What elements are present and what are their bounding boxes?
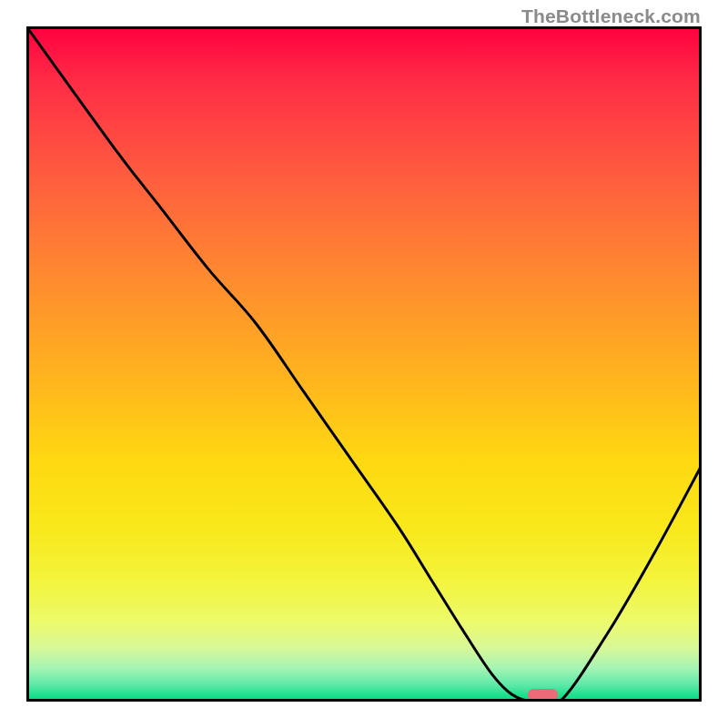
plot-area — [26, 26, 702, 702]
curve-svg — [26, 26, 702, 702]
minimum-marker — [528, 689, 558, 701]
bottleneck-curve — [26, 26, 702, 702]
chart-container: TheBottleneck.com — [0, 0, 728, 728]
watermark-text: TheBottleneck.com — [521, 5, 701, 27]
